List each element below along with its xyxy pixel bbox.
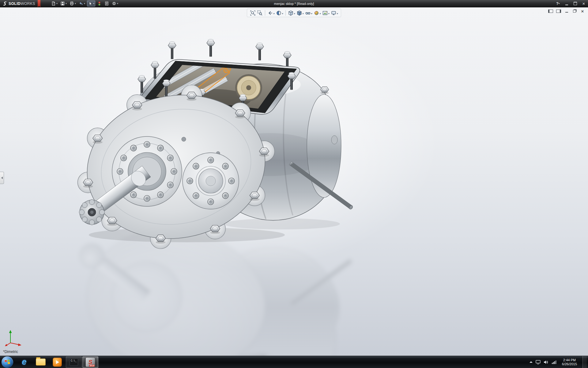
secondary-bearing-cover[interactable] (183, 153, 239, 209)
pane-left-button[interactable] (548, 9, 553, 13)
document-window-controls (548, 9, 585, 13)
display-tray-icon[interactable] (536, 360, 541, 364)
taskbar-file-explorer[interactable] (33, 356, 49, 368)
taskbar-internet-explorer[interactable]: e (16, 356, 32, 368)
titlebar: SOLIDWORKS (0, 0, 588, 7)
folder-icon (36, 358, 46, 366)
standard-toolbar (50, 0, 119, 7)
zoom-to-fit-icon (250, 10, 255, 16)
zoom-to-area-button[interactable] (257, 10, 263, 16)
select-cursor-icon (88, 1, 92, 6)
edit-appearance-ball-icon (314, 10, 319, 16)
view-orientation-button[interactable] (288, 10, 296, 16)
system-tray: 2:44 PM 6/26/2015 (530, 356, 588, 368)
show-hidden-icons-button[interactable] (530, 361, 533, 363)
close-button[interactable] (579, 0, 588, 7)
media-player-icon (53, 358, 62, 367)
document-minimize-button[interactable] (564, 9, 569, 13)
start-button[interactable] (1, 356, 13, 368)
select-tool-button[interactable] (87, 1, 95, 6)
command-prompt-icon: C:\_ (70, 358, 78, 366)
brand-red-tab-icon (38, 0, 40, 7)
graphics-viewport[interactable]: *Dimetric (0, 7, 588, 356)
edit-appearance-button[interactable] (313, 10, 321, 16)
zoom-to-fit-button[interactable] (250, 10, 256, 16)
section-view-button[interactable] (276, 10, 284, 16)
undo-icon (79, 1, 83, 6)
brand-text: SOLIDWORKS (9, 2, 35, 6)
view-settings-button[interactable] (330, 10, 338, 16)
clock-date: 6/26/2015 (562, 362, 577, 366)
previous-view-icon (268, 10, 273, 16)
taskbar-command-prompt[interactable]: C:\_ (66, 356, 82, 368)
network-tray-icon[interactable] (552, 360, 556, 364)
previous-view-button[interactable] (267, 10, 275, 16)
document-restore-button[interactable] (572, 9, 577, 13)
internet-explorer-icon: e (22, 358, 26, 366)
display-style-button[interactable] (296, 10, 304, 16)
help-button[interactable] (554, 0, 562, 7)
solidworks-logo-icon (2, 1, 7, 6)
show-desktop-button[interactable] (582, 356, 587, 368)
taskbar-solidworks[interactable]: S 2015 (82, 356, 98, 368)
clock-time: 2:44 PM (562, 358, 577, 362)
heads-up-view-toolbar (247, 9, 341, 17)
titlebar-window-controls (554, 0, 588, 7)
hide-show-items-glasses-icon (305, 10, 311, 16)
solidworks-year-badge: 2015 (89, 365, 95, 367)
solidworks-desktop: { "titlebar": { "logo": { "brand_bold": … (0, 0, 588, 368)
new-document-button[interactable] (50, 1, 58, 6)
sheet-properties-button[interactable] (104, 1, 110, 6)
apply-scene-button[interactable] (322, 10, 330, 16)
solidworks-2015-icon: S 2015 (85, 357, 95, 367)
sheet-properties-icon (104, 1, 109, 6)
hide-show-items-button[interactable] (305, 10, 313, 16)
windows-flag-icon (4, 359, 10, 365)
document-close-button[interactable] (580, 9, 585, 13)
orientation-triad (4, 328, 24, 347)
pane-right-button[interactable] (556, 9, 561, 13)
chevron-left-icon (1, 177, 3, 179)
gearbox-assembly-model[interactable] (0, 7, 588, 356)
options-gear-icon (112, 1, 116, 6)
new-document-icon (51, 1, 56, 6)
zoom-to-area-icon (257, 10, 262, 16)
taskbar-media-player[interactable] (49, 356, 65, 368)
view-orientation-label: *Dimetric (3, 350, 18, 354)
options-button[interactable] (111, 1, 119, 6)
save-button[interactable] (59, 1, 68, 6)
maximize-button[interactable] (571, 0, 579, 7)
section-view-icon (276, 10, 281, 16)
apply-scene-icon (322, 10, 328, 16)
taskbar: e C:\_ S 2015 2:44 PM 6/2 (0, 356, 588, 368)
undo-button[interactable] (78, 1, 86, 6)
view-settings-icon (331, 10, 336, 16)
rebuild-button[interactable] (96, 1, 103, 6)
hud-separator (265, 10, 265, 16)
minimize-button[interactable] (562, 0, 571, 7)
volume-tray-icon[interactable] (544, 360, 548, 364)
save-icon (60, 1, 65, 6)
display-style-icon (297, 10, 302, 16)
print-icon (70, 1, 74, 6)
taskbar-clock[interactable]: 2:44 PM 6/26/2015 (560, 358, 579, 366)
featuremanager-collapsed-tab[interactable] (0, 172, 4, 184)
view-orientation-cube-icon (288, 10, 293, 16)
print-button[interactable] (69, 1, 77, 6)
solidworks-logo: SOLIDWORKS (0, 0, 42, 7)
hud-separator (285, 10, 286, 16)
window-title: menjac sklop * [Read-only] (274, 0, 314, 7)
rebuild-icon (97, 1, 102, 6)
